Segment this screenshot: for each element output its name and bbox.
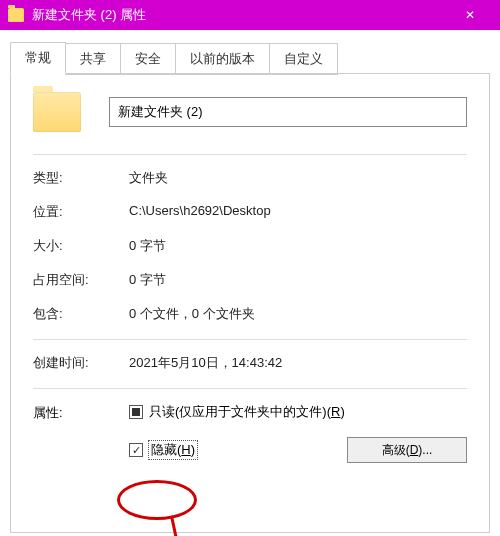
value-created: 2021年5月10日，14:43:42 (129, 354, 467, 372)
value-type: 文件夹 (129, 169, 467, 187)
label-type: 类型: (33, 169, 129, 187)
value-size-on-disk: 0 字节 (129, 271, 467, 289)
general-panel: 类型: 文件夹 位置: C:\Users\h2692\Desktop 大小: 0… (10, 73, 490, 533)
label-attributes: 属性: (33, 403, 129, 422)
label-size-on-disk: 占用空间: (33, 271, 129, 289)
tab-customize[interactable]: 自定义 (269, 43, 338, 75)
close-button[interactable]: ✕ (448, 0, 492, 30)
value-contains: 0 个文件，0 个文件夹 (129, 305, 467, 323)
hidden-label: 隐藏(H) (149, 441, 197, 459)
label-contains: 包含: (33, 305, 129, 323)
row-size: 大小: 0 字节 (33, 237, 467, 255)
divider (33, 388, 467, 389)
row-created: 创建时间: 2021年5月10日，14:43:42 (33, 354, 467, 372)
checkbox-icon (129, 443, 143, 457)
tab-security[interactable]: 安全 (120, 43, 176, 75)
divider (33, 154, 467, 155)
value-size: 0 字节 (129, 237, 467, 255)
row-size-on-disk: 占用空间: 0 字节 (33, 271, 467, 289)
titlebar: 新建文件夹 (2) 属性 ✕ (0, 0, 500, 30)
close-icon: ✕ (465, 8, 475, 22)
advanced-button[interactable]: 高级(D)... (347, 437, 467, 463)
folder-icon (8, 8, 24, 22)
label-location: 位置: (33, 203, 129, 221)
tab-previous-versions[interactable]: 以前的版本 (175, 43, 270, 75)
row-attributes: 属性: 只读(仅应用于文件夹中的文件)(R) 隐藏(H) 高级(D)... (33, 403, 467, 463)
tab-sharing[interactable]: 共享 (65, 43, 121, 75)
window-title: 新建文件夹 (2) 属性 (32, 6, 448, 24)
value-location: C:\Users\h2692\Desktop (129, 203, 467, 221)
readonly-label: 只读(仅应用于文件夹中的文件)(R) (149, 403, 345, 421)
checkbox-icon (129, 405, 143, 419)
label-size: 大小: (33, 237, 129, 255)
row-location: 位置: C:\Users\h2692\Desktop (33, 203, 467, 221)
row-type: 类型: 文件夹 (33, 169, 467, 187)
divider (33, 339, 467, 340)
label-created: 创建时间: (33, 354, 129, 372)
tab-strip: 常规 共享 安全 以前的版本 自定义 (10, 42, 490, 74)
folder-large-icon (33, 92, 81, 132)
name-row (33, 92, 467, 132)
folder-name-input[interactable] (109, 97, 467, 127)
tab-general[interactable]: 常规 (10, 42, 66, 74)
checkbox-hidden[interactable]: 隐藏(H) (129, 441, 197, 459)
row-contains: 包含: 0 个文件，0 个文件夹 (33, 305, 467, 323)
checkbox-readonly[interactable]: 只读(仅应用于文件夹中的文件)(R) (129, 403, 467, 421)
